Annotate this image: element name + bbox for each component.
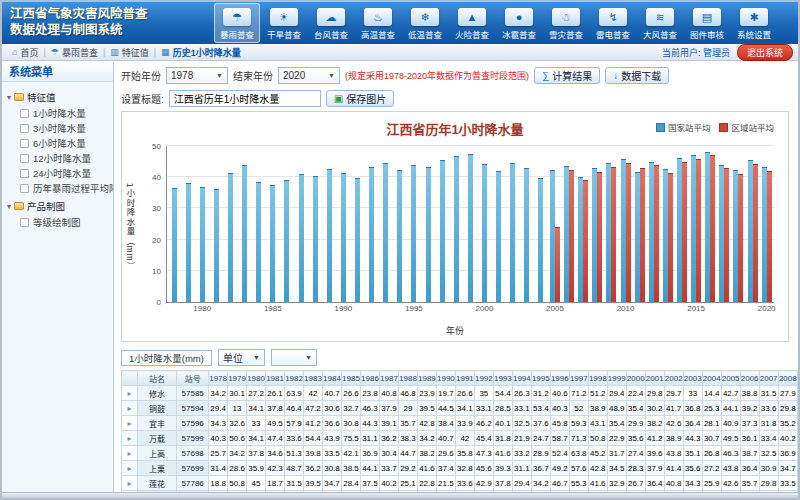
bar-national[interactable] (538, 178, 543, 302)
bar-regional[interactable] (753, 164, 758, 302)
toolbar-item-图件审核[interactable]: ▤图件审核 (684, 3, 730, 43)
data-table-wrap[interactable]: 站名站号197819791980198119821983198419851986… (121, 370, 798, 492)
bar-national[interactable] (369, 167, 374, 302)
expand-row-icon[interactable]: ▸ (127, 464, 131, 473)
toolbar-item-冰雹普查[interactable]: ●冰雹普查 (496, 3, 542, 43)
unit-select[interactable]: 单位 ▼ (218, 349, 265, 366)
bar-regional[interactable] (626, 163, 631, 302)
bar-regional[interactable] (583, 180, 588, 302)
expand-row-icon[interactable]: ▸ (127, 389, 131, 398)
table-row-上栗[interactable]: ▸上栗5769931.428.635.942.348.736.230.838.5… (122, 461, 798, 476)
toolbar-item-暴雨普查[interactable]: ☂暴雨普查 (214, 3, 260, 43)
legend-regional[interactable]: 区域站平均 (719, 121, 774, 133)
chart-title-input[interactable] (169, 90, 321, 107)
bar-national[interactable] (270, 185, 275, 302)
bar-national[interactable] (242, 165, 247, 302)
bar-national[interactable] (440, 160, 445, 302)
tree-item-checkbox[interactable] (20, 153, 29, 162)
tree-item-等级绘制图[interactable]: 等级绘制图 (18, 215, 111, 229)
expand-row-icon[interactable]: ▸ (127, 479, 131, 488)
bar-regional[interactable] (767, 171, 772, 302)
bar-national[interactable] (228, 173, 233, 302)
bar-national[interactable] (299, 174, 304, 302)
download-button[interactable]: ↓ 数据下载 (605, 67, 669, 84)
bar-regional[interactable] (710, 155, 715, 302)
bar-national[interactable] (284, 180, 289, 302)
bar-regional[interactable] (724, 168, 729, 302)
bar-national[interactable] (214, 189, 219, 302)
tree-item-12小时降水量[interactable]: 12小时降水量 (18, 151, 111, 165)
bar-regional[interactable] (682, 162, 687, 302)
tree-item-checkbox[interactable] (20, 108, 29, 117)
tab-首页[interactable]: ⌂首页 (7, 46, 43, 59)
bar-regional[interactable] (555, 227, 560, 302)
table-row-万载[interactable]: ▸万载5759940.350.634.147.433.654.443.975.5… (122, 431, 798, 446)
expand-row-icon[interactable]: ▸ (127, 434, 131, 443)
table-row-莲花[interactable]: ▸莲花5778618.850.84518.731.539.534.728.437… (122, 476, 798, 491)
bar-regional[interactable] (597, 172, 602, 302)
table-row-铜鼓[interactable]: ▸铜鼓5759429.41334.137.846.447.230.632.746… (122, 401, 798, 416)
save-image-button[interactable]: ▣ 保存图片 (326, 90, 394, 107)
bar-regional[interactable] (611, 167, 616, 302)
tree-item-1小时降水量[interactable]: 1小时降水量 (18, 106, 111, 120)
bar-national[interactable] (524, 168, 529, 302)
expand-row-icon[interactable]: ▸ (127, 419, 131, 428)
bar-national[interactable] (200, 187, 205, 302)
expand-icon[interactable]: ▾ (7, 202, 11, 211)
tab-历史1小时降水量[interactable]: ▦历史1小时降水量 (156, 46, 246, 59)
bar-national[interactable] (482, 164, 487, 302)
chart-legend[interactable]: 国家站平均 区域站平均 (656, 121, 774, 133)
sort-select[interactable]: ▼ (271, 349, 317, 366)
tree-item-checkbox[interactable] (20, 168, 29, 177)
tree-item-24小时降水量[interactable]: 24小时降水量 (18, 166, 111, 180)
bar-regional[interactable] (569, 170, 574, 302)
table-row-宜丰[interactable]: ▸宜丰5759634.332.63349.557.941.236.630.844… (122, 416, 798, 431)
toolbar-item-系统设置[interactable]: ✱系统设置 (731, 3, 777, 43)
start-year-select[interactable]: 1978 ▼ (166, 67, 228, 84)
toolbar-item-火险普查[interactable]: ▲火险普查 (449, 3, 495, 43)
tree-item-6小时降水量[interactable]: 6小时降水量 (18, 136, 111, 150)
expand-icon[interactable]: ▾ (7, 93, 11, 102)
bar-national[interactable] (172, 188, 177, 302)
tree-item-checkbox[interactable] (20, 183, 29, 192)
bar-national[interactable] (510, 163, 515, 302)
toolbar-item-雷电普查[interactable]: ↯雷电普查 (590, 3, 636, 43)
tree-folder-特征值[interactable]: ▾特征值 (7, 90, 111, 104)
calculate-button[interactable]: ∑ 计算结果 (534, 67, 600, 84)
logout-button[interactable]: 退出系统 (737, 44, 793, 61)
bar-national[interactable] (426, 167, 431, 302)
bar-national[interactable] (411, 165, 416, 302)
tree-item-checkbox[interactable] (20, 123, 29, 132)
bar-national[interactable] (454, 156, 459, 302)
bar-national[interactable] (468, 154, 473, 302)
toolbar-item-雪灾普查[interactable]: ☃雪灾普查 (543, 3, 589, 43)
bar-regional[interactable] (654, 165, 659, 302)
bar-national[interactable] (383, 163, 388, 302)
tree-item-3小时降水量[interactable]: 3小时降水量 (18, 121, 111, 135)
tree-folder-产品制图[interactable]: ▾产品制图 (7, 199, 111, 213)
bar-national[interactable] (186, 183, 191, 302)
tree-item-checkbox[interactable] (20, 217, 29, 226)
bar-national[interactable] (355, 178, 360, 302)
tree-item-checkbox[interactable] (20, 138, 29, 147)
bar-national[interactable] (327, 169, 332, 302)
tree-item-历年暴雨过程平均降雨量[interactable]: 历年暴雨过程平均降雨量 (18, 181, 111, 195)
toolbar-item-台风普查[interactable]: ☁台风普查 (308, 3, 354, 43)
bar-national[interactable] (341, 173, 346, 302)
table-row-上高[interactable]: ▸上高5769825.734.237.834.651.339.833.542.1… (122, 446, 798, 461)
end-year-select[interactable]: 2020 ▼ (278, 67, 340, 84)
toolbar-item-高温普查[interactable]: ♨高温普查 (355, 3, 401, 43)
table-row-修水[interactable]: ▸修水5758534.230.127.226.163.94240.726.623… (122, 386, 798, 401)
bar-regional[interactable] (668, 173, 673, 302)
toolbar-item-干旱普查[interactable]: ☀干旱普查 (261, 3, 307, 43)
bar-national[interactable] (313, 176, 318, 302)
expand-row-icon[interactable]: ▸ (127, 404, 131, 413)
bar-regional[interactable] (738, 174, 743, 302)
tab-暴雨普查[interactable]: ☂暴雨普查 (46, 46, 103, 59)
bar-national[interactable] (256, 182, 261, 302)
expand-row-icon[interactable]: ▸ (127, 449, 131, 458)
bar-national[interactable] (397, 170, 402, 302)
bar-national[interactable] (496, 171, 501, 302)
legend-national[interactable]: 国家站平均 (656, 121, 711, 133)
bar-regional[interactable] (640, 168, 645, 302)
